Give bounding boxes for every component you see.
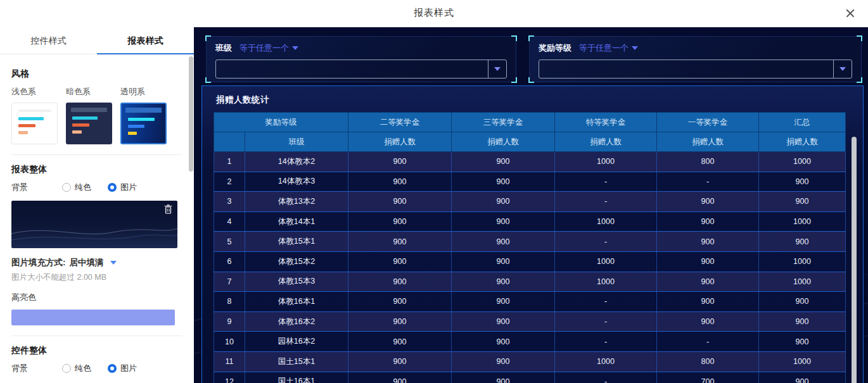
cell-class-name: 体教16本2 <box>245 311 348 332</box>
filter-operator-dropdown[interactable]: 等于任意一个 <box>579 42 638 54</box>
table-scrollbar[interactable] <box>852 137 857 383</box>
cell-donation-count: 900 <box>452 232 555 252</box>
cell-donation-count: 900 <box>759 192 846 212</box>
corner-bracket <box>528 77 534 83</box>
cell-row-number: 2 <box>214 172 245 192</box>
image-size-hint: 图片大小不能超过 2.00 MB <box>11 272 182 283</box>
sidebar-scrollbar[interactable] <box>189 56 193 172</box>
thumb-bar-yellow <box>128 132 137 135</box>
cell-donation-count: 900 <box>348 311 452 332</box>
thumb-bar-orange <box>72 123 89 127</box>
theme-label-transparent: 透明系 <box>120 86 175 97</box>
filter-value-select[interactable] <box>215 60 507 78</box>
cell-donation-count: 900 <box>348 172 452 192</box>
trash-icon[interactable] <box>164 204 172 217</box>
cell-class-name: 体教16本1 <box>245 292 348 312</box>
thumb-bar-cyan <box>128 118 155 121</box>
thumb-bar-cyan <box>72 116 98 120</box>
radio-image[interactable]: 图片 <box>108 363 137 374</box>
cell-donation-count: 900 <box>452 351 555 372</box>
report-section-title: 报表整体 <box>11 164 182 175</box>
sidebar-tabs: 控件样式 报表样式 <box>0 27 194 54</box>
select-arrow-box[interactable] <box>488 60 506 78</box>
highlight-color-swatch[interactable] <box>11 310 175 325</box>
theme-option-labels: 浅色系 暗色系 透明系 <box>11 86 182 97</box>
cell-donation-count: 900 <box>452 292 555 312</box>
radio-solid-color[interactable]: 纯色 <box>62 182 91 193</box>
cell-donation-count: 900 <box>657 251 759 272</box>
radio-image[interactable]: 图片 <box>108 182 137 193</box>
fill-mode-value[interactable]: 居中填满 <box>70 257 104 268</box>
cell-donation-count: - <box>657 332 759 352</box>
table-title: 捐赠人数统计 <box>202 86 863 112</box>
settings-sidebar: 控件样式 报表样式 风格 浅色系 暗色系 透明系 <box>0 27 194 383</box>
header-metric: 捐赠人数 <box>657 132 759 152</box>
select-arrow-box[interactable] <box>833 60 852 78</box>
thumb-header-bar <box>125 108 162 113</box>
cell-donation-count: 900 <box>452 332 555 352</box>
cell-donation-count: 900 <box>452 272 555 292</box>
header-metric: 捐赠人数 <box>759 132 846 152</box>
filter-panel-award-level: 奖励等级 等于任意一个 <box>529 36 862 82</box>
tab-control-style[interactable]: 控件样式 <box>0 27 97 54</box>
cell-donation-count: 1000 <box>759 251 846 272</box>
donation-stats-panel: 捐赠人数统计 奖励等级二等奖学金三等奖学金特等奖学金一等奖学金汇总班级捐赠人数捐… <box>201 85 864 383</box>
cell-donation-count: 1000 <box>555 251 657 272</box>
cell-donation-count: 900 <box>348 372 452 383</box>
radio-icon-unselected <box>62 183 71 192</box>
cell-donation-count: 900 <box>759 172 846 192</box>
cell-donation-count: 900 <box>348 332 452 352</box>
thumb-bar-cyan <box>18 117 44 120</box>
cell-donation-count: 1000 <box>759 211 846 232</box>
cell-class-name: 园林16本2 <box>245 332 348 352</box>
table-row: 7体教15本390090010009001000 <box>214 272 846 292</box>
cell-donation-count: 900 <box>452 192 555 212</box>
cell-donation-count: - <box>555 372 657 383</box>
cell-donation-count: 900 <box>348 192 452 212</box>
tab-report-style[interactable]: 报表样式 <box>97 27 194 54</box>
chevron-down-icon <box>839 67 846 71</box>
radio-solid-color[interactable]: 纯色 <box>62 363 91 374</box>
cell-donation-count: 900 <box>759 372 846 383</box>
theme-thumb-dark[interactable] <box>66 103 112 144</box>
cell-donation-count: 900 <box>657 211 759 232</box>
filter-value-select[interactable] <box>539 60 852 78</box>
chevron-down-icon[interactable] <box>110 261 117 265</box>
cell-donation-count: 900 <box>348 251 452 272</box>
thumb-bars <box>128 118 155 139</box>
thumb-bar-blue <box>128 125 144 128</box>
cell-donation-count: 900 <box>348 211 452 232</box>
theme-thumb-light[interactable] <box>11 103 58 144</box>
cell-class-name: 国土16本1 <box>245 372 348 383</box>
thumb-header-bar <box>71 108 107 112</box>
cell-class-name: 体教15本2 <box>245 251 348 272</box>
cell-donation-count: 1000 <box>759 152 846 172</box>
cell-donation-count: - <box>555 192 657 212</box>
table-row: 11国土15本190090010008001000 <box>214 351 846 372</box>
theme-thumb-transparent-selected[interactable] <box>120 103 167 144</box>
cell-donation-count: 1000 <box>555 272 657 292</box>
cell-class-name: 国土15本1 <box>245 351 348 372</box>
cell-donation-count: 900 <box>657 272 759 292</box>
close-icon[interactable] <box>843 6 858 21</box>
control-section-title: 控件整体 <box>11 345 182 356</box>
table-row: 6体教15本290090010009001000 <box>214 251 846 272</box>
cell-row-number: 6 <box>214 251 245 272</box>
cell-donation-count: 900 <box>657 192 759 212</box>
cell-row-number: 3 <box>214 192 245 212</box>
header-scholarship-column: 一等奖学金 <box>657 113 759 132</box>
radio-image-label: 图片 <box>120 363 137 374</box>
filter-operator-dropdown[interactable]: 等于任意一个 <box>239 42 298 54</box>
cell-donation-count: - <box>555 232 657 252</box>
filter-panel-class: 班级 等于任意一个 <box>206 36 516 82</box>
cell-donation-count: 900 <box>452 372 555 383</box>
table-row: 214体教本3900900--900 <box>214 172 846 192</box>
cell-donation-count: 700 <box>657 372 759 383</box>
chevron-down-icon <box>494 67 501 71</box>
header-empty <box>214 132 245 152</box>
cell-donation-count: 900 <box>759 332 846 352</box>
cell-donation-count: 900 <box>759 292 846 312</box>
cell-row-number: 7 <box>214 272 245 292</box>
background-image-preview <box>11 201 177 248</box>
cell-donation-count: 900 <box>759 232 846 252</box>
